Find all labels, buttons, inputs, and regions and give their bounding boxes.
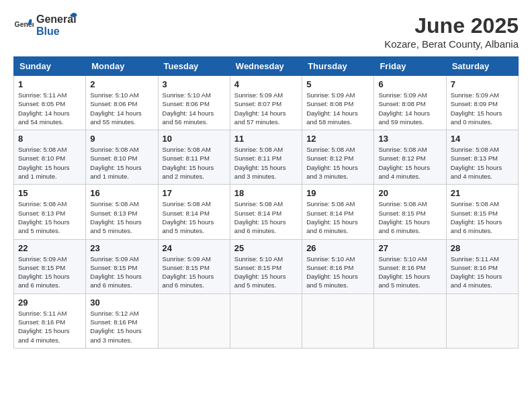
weekday-header-tuesday: Tuesday	[158, 57, 230, 76]
day-number: 28	[451, 243, 514, 253]
day-number: 26	[306, 243, 369, 253]
day-number: 25	[234, 243, 298, 253]
day-info: Sunrise: 5:08 AM Sunset: 8:11 PM Dayligh…	[163, 145, 226, 181]
day-info: Sunrise: 5:10 AM Sunset: 8:06 PM Dayligh…	[163, 91, 226, 126]
calendar-cell: 26Sunrise: 5:10 AM Sunset: 8:16 PM Dayli…	[302, 239, 374, 293]
location-title: Kozare, Berat County, Albania	[384, 38, 519, 50]
day-number: 6	[378, 79, 441, 89]
day-number: 7	[451, 79, 514, 89]
day-info: Sunrise: 5:09 AM Sunset: 8:15 PM Dayligh…	[90, 255, 153, 290]
day-number: 12	[306, 134, 369, 144]
day-info: Sunrise: 5:08 AM Sunset: 8:14 PM Dayligh…	[234, 199, 298, 235]
day-number: 10	[163, 134, 226, 144]
day-info: Sunrise: 5:11 AM Sunset: 8:16 PM Dayligh…	[451, 255, 514, 290]
calendar-cell: 9Sunrise: 5:08 AM Sunset: 8:10 PM Daylig…	[86, 130, 158, 185]
day-number: 4	[234, 79, 298, 89]
day-number: 14	[451, 134, 514, 144]
day-number: 24	[163, 243, 226, 253]
day-info: Sunrise: 5:09 AM Sunset: 8:15 PM Dayligh…	[18, 255, 81, 290]
calendar-cell: 20Sunrise: 5:08 AM Sunset: 8:15 PM Dayli…	[374, 185, 446, 239]
day-number: 22	[18, 243, 81, 253]
day-number: 2	[90, 79, 153, 89]
calendar-cell: 29Sunrise: 5:11 AM Sunset: 8:16 PM Dayli…	[14, 293, 86, 348]
calendar-cell: 14Sunrise: 5:08 AM Sunset: 8:13 PM Dayli…	[446, 130, 518, 185]
weekday-header-sunday: Sunday	[14, 57, 86, 76]
day-info: Sunrise: 5:08 AM Sunset: 8:10 PM Dayligh…	[18, 145, 81, 181]
logo-icon: General	[13, 15, 34, 36]
day-info: Sunrise: 5:08 AM Sunset: 8:12 PM Dayligh…	[378, 145, 441, 181]
page-header: General General Blue June 2025 Kozare, B…	[13, 13, 519, 50]
calendar-cell: 5Sunrise: 5:09 AM Sunset: 8:08 PM Daylig…	[302, 76, 374, 130]
calendar-cell: 12Sunrise: 5:08 AM Sunset: 8:12 PM Dayli…	[302, 130, 374, 185]
day-number: 1	[18, 79, 81, 89]
calendar-cell	[158, 293, 230, 348]
day-number: 15	[18, 188, 81, 198]
day-number: 20	[378, 188, 441, 198]
weekday-header-friday: Friday	[374, 57, 446, 76]
week-row-4: 22Sunrise: 5:09 AM Sunset: 8:15 PM Dayli…	[14, 239, 519, 293]
day-number: 21	[451, 188, 514, 198]
calendar-cell: 6Sunrise: 5:09 AM Sunset: 8:08 PM Daylig…	[374, 76, 446, 130]
calendar-cell: 22Sunrise: 5:09 AM Sunset: 8:15 PM Dayli…	[14, 239, 86, 293]
day-number: 27	[378, 243, 441, 253]
calendar-cell: 2Sunrise: 5:10 AM Sunset: 8:06 PM Daylig…	[86, 76, 158, 130]
day-number: 9	[90, 134, 153, 144]
day-number: 19	[306, 188, 369, 198]
day-number: 23	[90, 243, 153, 253]
weekday-header-thursday: Thursday	[302, 57, 374, 76]
day-number: 8	[18, 134, 81, 144]
day-number: 13	[378, 134, 441, 144]
calendar-cell: 18Sunrise: 5:08 AM Sunset: 8:14 PM Dayli…	[230, 185, 302, 239]
calendar-cell: 8Sunrise: 5:08 AM Sunset: 8:10 PM Daylig…	[14, 130, 86, 185]
week-row-3: 15Sunrise: 5:08 AM Sunset: 8:13 PM Dayli…	[14, 185, 519, 239]
day-info: Sunrise: 5:11 AM Sunset: 8:16 PM Dayligh…	[18, 309, 81, 345]
calendar-cell: 11Sunrise: 5:08 AM Sunset: 8:11 PM Dayli…	[230, 130, 302, 185]
calendar-cell: 30Sunrise: 5:12 AM Sunset: 8:16 PM Dayli…	[86, 293, 158, 348]
title-block: June 2025 Kozare, Berat County, Albania	[384, 13, 519, 50]
week-row-5: 29Sunrise: 5:11 AM Sunset: 8:16 PM Dayli…	[14, 293, 519, 348]
month-title: June 2025	[384, 13, 519, 38]
day-info: Sunrise: 5:08 AM Sunset: 8:10 PM Dayligh…	[90, 145, 153, 181]
calendar-cell: 15Sunrise: 5:08 AM Sunset: 8:13 PM Dayli…	[14, 185, 86, 239]
day-number: 5	[306, 79, 369, 89]
day-number: 11	[234, 134, 298, 144]
day-info: Sunrise: 5:09 AM Sunset: 8:08 PM Dayligh…	[306, 91, 369, 126]
day-number: 30	[90, 298, 153, 308]
calendar-cell	[446, 293, 518, 348]
calendar-cell: 24Sunrise: 5:09 AM Sunset: 8:15 PM Dayli…	[158, 239, 230, 293]
weekday-header-wednesday: Wednesday	[230, 57, 302, 76]
day-info: Sunrise: 5:09 AM Sunset: 8:15 PM Dayligh…	[163, 255, 226, 290]
day-info: Sunrise: 5:08 AM Sunset: 8:14 PM Dayligh…	[163, 199, 226, 235]
day-number: 29	[18, 298, 81, 308]
day-info: Sunrise: 5:12 AM Sunset: 8:16 PM Dayligh…	[90, 309, 153, 345]
day-info: Sunrise: 5:10 AM Sunset: 8:06 PM Dayligh…	[90, 91, 153, 126]
day-info: Sunrise: 5:10 AM Sunset: 8:15 PM Dayligh…	[234, 255, 298, 290]
day-info: Sunrise: 5:08 AM Sunset: 8:13 PM Dayligh…	[451, 145, 514, 181]
day-info: Sunrise: 5:11 AM Sunset: 8:05 PM Dayligh…	[18, 91, 81, 126]
calendar-cell: 17Sunrise: 5:08 AM Sunset: 8:14 PM Dayli…	[158, 185, 230, 239]
day-info: Sunrise: 5:09 AM Sunset: 8:08 PM Dayligh…	[378, 91, 441, 126]
calendar-cell: 13Sunrise: 5:08 AM Sunset: 8:12 PM Dayli…	[374, 130, 446, 185]
day-info: Sunrise: 5:10 AM Sunset: 8:16 PM Dayligh…	[378, 255, 441, 290]
calendar-cell	[374, 293, 446, 348]
calendar-cell: 21Sunrise: 5:08 AM Sunset: 8:15 PM Dayli…	[446, 185, 518, 239]
calendar-cell: 16Sunrise: 5:08 AM Sunset: 8:13 PM Dayli…	[86, 185, 158, 239]
day-info: Sunrise: 5:08 AM Sunset: 8:13 PM Dayligh…	[18, 199, 81, 235]
day-info: Sunrise: 5:08 AM Sunset: 8:12 PM Dayligh…	[306, 145, 369, 181]
weekday-header-row: SundayMondayTuesdayWednesdayThursdayFrid…	[14, 57, 519, 76]
weekday-header-saturday: Saturday	[446, 57, 518, 76]
logo-wave-icon	[59, 10, 78, 29]
calendar-cell: 27Sunrise: 5:10 AM Sunset: 8:16 PM Dayli…	[374, 239, 446, 293]
calendar-cell: 23Sunrise: 5:09 AM Sunset: 8:15 PM Dayli…	[86, 239, 158, 293]
day-info: Sunrise: 5:08 AM Sunset: 8:14 PM Dayligh…	[306, 199, 369, 235]
weekday-header-monday: Monday	[86, 57, 158, 76]
calendar-cell: 28Sunrise: 5:11 AM Sunset: 8:16 PM Dayli…	[446, 239, 518, 293]
calendar-cell: 4Sunrise: 5:09 AM Sunset: 8:07 PM Daylig…	[230, 76, 302, 130]
logo: General General Blue	[13, 13, 78, 37]
calendar-cell: 7Sunrise: 5:09 AM Sunset: 8:09 PM Daylig…	[446, 76, 518, 130]
week-row-2: 8Sunrise: 5:08 AM Sunset: 8:10 PM Daylig…	[14, 130, 519, 185]
day-info: Sunrise: 5:09 AM Sunset: 8:09 PM Dayligh…	[451, 91, 514, 126]
day-info: Sunrise: 5:08 AM Sunset: 8:13 PM Dayligh…	[90, 199, 153, 235]
calendar-cell: 10Sunrise: 5:08 AM Sunset: 8:11 PM Dayli…	[158, 130, 230, 185]
calendar-cell	[302, 293, 374, 348]
